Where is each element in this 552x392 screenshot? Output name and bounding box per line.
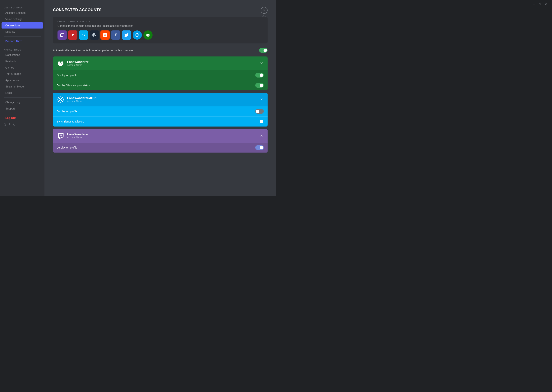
steam-platform-button[interactable]: [90, 30, 99, 40]
xbox-name-block: LoneWanderer Account Name: [67, 60, 88, 66]
bnet-display-profile-toggle-track: [255, 109, 264, 114]
xbox-account-icon: [57, 60, 64, 67]
xbox-account-label: Account Name: [67, 64, 88, 66]
bnet-sync-friends-label: Sync friends to Discord: [57, 120, 84, 123]
sidebar-item-appearance[interactable]: Appearance: [1, 77, 43, 83]
sidebar-item-label: Security: [5, 30, 15, 33]
twitch-display-profile-toggle[interactable]: [255, 145, 264, 150]
auto-detect-row: Automatically detect accounts from other…: [53, 48, 268, 53]
sidebar-item-label: Notifications: [5, 53, 20, 56]
twitch-account-label: Account Name: [67, 136, 88, 139]
esc-button-container: ✕ ESC: [261, 7, 268, 17]
user-settings-label: User Settings: [0, 5, 44, 10]
bnet-name-block: LoneWanderer#0101 Account Name: [67, 97, 97, 103]
xbox-display-status-toggle[interactable]: [255, 83, 264, 88]
sidebar-item-label: Account Settings: [5, 11, 25, 14]
bnet-account-card: LoneWanderer#0101 Account Name ✕ Display…: [53, 93, 268, 126]
twitter-platform-button[interactable]: [122, 30, 131, 40]
bnet-account-info: LoneWanderer#0101 Account Name: [57, 96, 97, 103]
sidebar-item-label: Keybinds: [5, 60, 16, 63]
youtube-icon: ♥: [72, 33, 74, 37]
twitch-display-profile-toggle-thumb: [260, 146, 263, 149]
sidebar-item-label: Discord Nitro: [5, 40, 22, 43]
facebook-platform-button[interactable]: f: [111, 30, 120, 40]
facebook-social-icon[interactable]: f: [9, 123, 10, 126]
sidebar-item-voice-settings[interactable]: Voice Settings: [1, 16, 43, 22]
twitter-social-icon[interactable]: 𝕏: [4, 123, 6, 126]
xbox-display-status-toggle-thumb: [260, 84, 263, 87]
bnet-display-profile-toggle[interactable]: [255, 109, 264, 114]
bnet-display-profile-row: Display on profile: [53, 106, 268, 116]
xbox-username: LoneWanderer: [67, 60, 88, 64]
app-settings-label: App Settings: [0, 48, 44, 52]
twitch-name-block: LoneWanderer Account Name: [67, 133, 88, 139]
xbox-display-status-label: Display Xbox as your status: [57, 84, 90, 87]
bnet-sync-friends-toggle-thumb: [260, 120, 263, 123]
twitch-account-remove-button[interactable]: ✕: [259, 133, 264, 139]
sidebar-item-security[interactable]: Security: [1, 29, 43, 35]
sidebar-item-games[interactable]: Games: [1, 64, 43, 71]
sidebar-item-label: Text & Image: [5, 72, 21, 75]
twitch-account-card: LoneWanderer Account Name ✕ Display on p…: [53, 129, 268, 153]
sidebar-item-notifications[interactable]: Notifications: [1, 52, 43, 58]
sidebar-item-account-settings[interactable]: Account Settings: [1, 10, 43, 16]
bnet-account-label: Account Name: [67, 100, 97, 103]
sidebar-item-label: Streamer Mode: [5, 85, 24, 88]
xbox-display-profile-toggle-thumb: [260, 73, 263, 77]
connect-accounts-box: Connect Your Accounts Connect these gami…: [53, 17, 268, 43]
sidebar-item-logout[interactable]: Log Out: [1, 115, 43, 121]
sidebar-item-streamer-mode[interactable]: Streamer Mode: [1, 84, 43, 90]
skype-platform-button[interactable]: S: [79, 30, 88, 40]
sidebar-item-connections[interactable]: Connections: [1, 22, 43, 28]
twitch-platform-button[interactable]: [58, 30, 67, 40]
sidebar-item-text-image[interactable]: Text & Image: [1, 71, 43, 77]
sidebar-item-label: Log Out: [5, 116, 16, 119]
xbox-account-info: LoneWanderer Account Name: [57, 60, 88, 67]
bnet-username: LoneWanderer#0101: [67, 97, 97, 100]
auto-detect-label: Automatically detect accounts from other…: [53, 49, 134, 52]
sidebar-item-label: Support: [5, 107, 15, 110]
reddit-platform-button[interactable]: [101, 30, 110, 40]
sidebar-item-label: Connections: [5, 24, 20, 27]
xbox-display-profile-toggle-track: [255, 73, 264, 77]
sidebar: User Settings Account Settings Voice Set…: [0, 0, 44, 196]
xbox-account-card: LoneWanderer Account Name ✕ Display on p…: [53, 56, 268, 90]
xbox-platform-button[interactable]: [143, 30, 153, 40]
xbox-display-profile-row: Display on profile: [53, 70, 268, 80]
bnet-display-profile-toggle-thumb: [256, 110, 259, 113]
youtube-platform-button[interactable]: ♥: [68, 30, 77, 40]
bnet-display-profile-label: Display on profile: [57, 110, 77, 113]
connect-box-title: Connect Your Accounts: [58, 21, 263, 23]
instagram-social-icon[interactable]: ◎: [13, 123, 15, 126]
twitch-display-profile-row: Display on profile: [53, 143, 268, 153]
app-container: ─ □ ✕ User Settings Account Settings Voi…: [0, 0, 276, 196]
page-title: Connected Accounts: [53, 8, 268, 12]
auto-detect-toggle-thumb: [263, 49, 267, 52]
battlenet-platform-button[interactable]: [133, 30, 142, 40]
bnet-sync-friends-toggle-track: [255, 119, 264, 124]
xbox-display-profile-label: Display on profile: [57, 74, 77, 77]
bnet-account-remove-button[interactable]: ✕: [259, 97, 264, 102]
sidebar-item-label: Appearance: [5, 79, 20, 82]
platform-icons-row: ♥ S f: [58, 30, 263, 40]
sidebar-item-label: Voice Settings: [5, 18, 22, 21]
xbox-display-profile-toggle[interactable]: [255, 73, 264, 77]
bnet-card-header: LoneWanderer#0101 Account Name ✕: [53, 93, 268, 106]
facebook-icon: f: [115, 33, 116, 37]
sidebar-item-keybinds[interactable]: Keybinds: [1, 58, 43, 64]
esc-close-button[interactable]: ✕: [261, 7, 268, 14]
xbox-display-status-toggle-track: [255, 83, 264, 88]
sidebar-item-support[interactable]: Support: [1, 105, 43, 112]
twitch-display-profile-toggle-track: [255, 145, 264, 150]
sidebar-item-local[interactable]: Local: [1, 90, 43, 96]
sidebar-item-change-log[interactable]: Change Log: [1, 99, 43, 105]
xbox-account-remove-button[interactable]: ✕: [259, 61, 264, 66]
esc-label: ESC: [262, 14, 266, 17]
bnet-sync-friends-toggle[interactable]: [255, 119, 264, 124]
twitch-display-profile-label: Display on profile: [57, 146, 77, 149]
twitch-username: LoneWanderer: [67, 133, 88, 136]
sidebar-item-discord-nitro[interactable]: Discord Nitro: [1, 38, 43, 44]
bnet-sync-friends-row: Sync friends to Discord: [53, 116, 268, 126]
auto-detect-toggle[interactable]: [259, 48, 268, 53]
sidebar-social-links: 𝕏 f ◎: [0, 121, 44, 128]
